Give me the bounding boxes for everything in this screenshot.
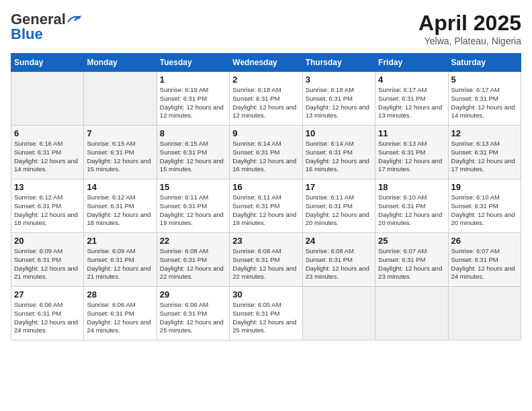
- day-info: Sunrise: 6:13 AMSunset: 6:31 PMDaylight:…: [378, 140, 445, 174]
- calendar-cell: 19Sunrise: 6:10 AMSunset: 6:31 PMDayligh…: [448, 179, 521, 233]
- calendar-cell: 12Sunrise: 6:13 AMSunset: 6:31 PMDayligh…: [448, 126, 521, 179]
- calendar-cell: 26Sunrise: 6:07 AMSunset: 6:31 PMDayligh…: [448, 233, 521, 287]
- day-info: Sunrise: 6:11 AMSunset: 6:31 PMDaylight:…: [306, 193, 372, 228]
- day-info: Sunrise: 6:09 AMSunset: 6:31 PMDaylight:…: [87, 247, 153, 281]
- column-header-wednesday: Wednesday: [230, 54, 302, 72]
- day-info: Sunrise: 6:15 AMSunset: 6:31 PMDaylight:…: [87, 140, 153, 174]
- calendar-table: SundayMondayTuesdayWednesdayThursdayFrid…: [11, 53, 521, 340]
- calendar-cell: [84, 72, 157, 126]
- day-number: 17: [306, 182, 372, 192]
- day-info: Sunrise: 6:07 AMSunset: 6:31 PMDaylight:…: [451, 247, 518, 281]
- day-number: 15: [160, 182, 226, 192]
- day-info: Sunrise: 6:12 AMSunset: 6:31 PMDaylight:…: [14, 193, 81, 228]
- day-number: 1: [160, 75, 226, 85]
- calendar-cell: 11Sunrise: 6:13 AMSunset: 6:31 PMDayligh…: [375, 126, 448, 179]
- calendar-cell: 18Sunrise: 6:10 AMSunset: 6:31 PMDayligh…: [375, 179, 448, 233]
- day-number: 29: [160, 289, 226, 300]
- day-info: Sunrise: 6:08 AMSunset: 6:31 PMDaylight:…: [232, 247, 299, 281]
- day-number: 2: [232, 75, 299, 85]
- column-header-monday: Monday: [84, 54, 157, 72]
- day-info: Sunrise: 6:11 AMSunset: 6:31 PMDaylight:…: [232, 193, 299, 228]
- day-number: 3: [306, 75, 372, 85]
- calendar-cell: 27Sunrise: 6:06 AMSunset: 6:31 PMDayligh…: [11, 287, 84, 340]
- day-number: 22: [160, 236, 226, 246]
- calendar-header-row: SundayMondayTuesdayWednesdayThursdayFrid…: [11, 54, 521, 72]
- day-info: Sunrise: 6:05 AMSunset: 6:31 PMDaylight:…: [232, 301, 299, 335]
- calendar-cell: [448, 287, 521, 340]
- day-info: Sunrise: 6:09 AMSunset: 6:31 PMDaylight:…: [14, 247, 81, 281]
- logo: General Blue: [11, 11, 82, 43]
- day-number: 23: [232, 236, 299, 246]
- calendar-cell: [375, 287, 448, 340]
- calendar-cell: 10Sunrise: 6:14 AMSunset: 6:31 PMDayligh…: [302, 126, 375, 179]
- calendar-cell: 8Sunrise: 6:15 AMSunset: 6:31 PMDaylight…: [157, 126, 229, 179]
- calendar-cell: 24Sunrise: 6:08 AMSunset: 6:31 PMDayligh…: [302, 233, 375, 287]
- title-section: April 2025 Yelwa, Plateau, Nigeria: [418, 11, 521, 46]
- day-info: Sunrise: 6:08 AMSunset: 6:31 PMDaylight:…: [160, 247, 226, 281]
- day-number: 28: [87, 289, 153, 300]
- column-header-sunday: Sunday: [11, 54, 84, 72]
- day-number: 20: [14, 236, 81, 246]
- day-info: Sunrise: 6:12 AMSunset: 6:31 PMDaylight:…: [87, 193, 153, 228]
- day-info: Sunrise: 6:17 AMSunset: 6:31 PMDaylight:…: [451, 86, 518, 120]
- logo-blue: Blue: [11, 26, 43, 43]
- logo-bird-icon: [66, 14, 81, 25]
- day-number: 7: [87, 128, 153, 138]
- page-header: General Blue April 2025 Yelwa, Plateau, …: [11, 11, 521, 46]
- day-number: 4: [378, 75, 445, 85]
- day-info: Sunrise: 6:11 AMSunset: 6:31 PMDaylight:…: [160, 193, 226, 228]
- calendar-cell: 14Sunrise: 6:12 AMSunset: 6:31 PMDayligh…: [84, 179, 157, 233]
- calendar-cell: [302, 287, 375, 340]
- calendar-cell: 16Sunrise: 6:11 AMSunset: 6:31 PMDayligh…: [230, 179, 302, 233]
- week-row-1: 1Sunrise: 6:19 AMSunset: 6:31 PMDaylight…: [11, 72, 521, 126]
- day-number: 9: [232, 128, 299, 138]
- calendar-cell: 17Sunrise: 6:11 AMSunset: 6:31 PMDayligh…: [302, 179, 375, 233]
- calendar-cell: 23Sunrise: 6:08 AMSunset: 6:31 PMDayligh…: [230, 233, 302, 287]
- calendar-cell: 13Sunrise: 6:12 AMSunset: 6:31 PMDayligh…: [11, 179, 84, 233]
- day-number: 25: [378, 236, 445, 246]
- day-number: 14: [87, 182, 153, 192]
- calendar-cell: 4Sunrise: 6:17 AMSunset: 6:31 PMDaylight…: [375, 72, 448, 126]
- day-info: Sunrise: 6:06 AMSunset: 6:31 PMDaylight:…: [87, 301, 153, 335]
- day-number: 11: [378, 128, 445, 138]
- calendar-cell: 25Sunrise: 6:07 AMSunset: 6:31 PMDayligh…: [375, 233, 448, 287]
- day-number: 19: [451, 182, 518, 192]
- day-info: Sunrise: 6:18 AMSunset: 6:31 PMDaylight:…: [306, 86, 372, 120]
- calendar-title: April 2025: [418, 11, 521, 36]
- week-row-3: 13Sunrise: 6:12 AMSunset: 6:31 PMDayligh…: [11, 179, 521, 233]
- day-info: Sunrise: 6:06 AMSunset: 6:31 PMDaylight:…: [160, 301, 226, 335]
- day-info: Sunrise: 6:10 AMSunset: 6:31 PMDaylight:…: [451, 193, 518, 228]
- day-number: 8: [160, 128, 226, 138]
- calendar-cell: 5Sunrise: 6:17 AMSunset: 6:31 PMDaylight…: [448, 72, 521, 126]
- calendar-cell: 6Sunrise: 6:16 AMSunset: 6:31 PMDaylight…: [11, 126, 84, 179]
- day-number: 5: [451, 75, 518, 85]
- day-number: 16: [232, 182, 299, 192]
- week-row-2: 6Sunrise: 6:16 AMSunset: 6:31 PMDaylight…: [11, 126, 521, 179]
- day-info: Sunrise: 6:19 AMSunset: 6:31 PMDaylight:…: [160, 86, 226, 120]
- day-number: 26: [451, 236, 518, 246]
- day-number: 27: [14, 289, 81, 300]
- day-info: Sunrise: 6:14 AMSunset: 6:31 PMDaylight:…: [306, 140, 372, 174]
- day-info: Sunrise: 6:08 AMSunset: 6:31 PMDaylight:…: [306, 247, 372, 281]
- calendar-subtitle: Yelwa, Plateau, Nigeria: [418, 36, 521, 46]
- week-row-4: 20Sunrise: 6:09 AMSunset: 6:31 PMDayligh…: [11, 233, 521, 287]
- day-info: Sunrise: 6:13 AMSunset: 6:31 PMDaylight:…: [451, 140, 518, 174]
- calendar-cell: 9Sunrise: 6:14 AMSunset: 6:31 PMDaylight…: [230, 126, 302, 179]
- day-number: 10: [306, 128, 372, 138]
- column-header-friday: Friday: [375, 54, 448, 72]
- day-number: 12: [451, 128, 518, 138]
- week-row-5: 27Sunrise: 6:06 AMSunset: 6:31 PMDayligh…: [11, 287, 521, 340]
- day-info: Sunrise: 6:18 AMSunset: 6:31 PMDaylight:…: [232, 86, 299, 120]
- day-number: 13: [14, 182, 81, 192]
- calendar-cell: 3Sunrise: 6:18 AMSunset: 6:31 PMDaylight…: [302, 72, 375, 126]
- day-number: 30: [232, 289, 299, 300]
- calendar-cell: 30Sunrise: 6:05 AMSunset: 6:31 PMDayligh…: [230, 287, 302, 340]
- day-number: 21: [87, 236, 153, 246]
- calendar-cell: 2Sunrise: 6:18 AMSunset: 6:31 PMDaylight…: [230, 72, 302, 126]
- column-header-thursday: Thursday: [302, 54, 375, 72]
- day-number: 6: [14, 128, 81, 138]
- day-number: 18: [378, 182, 445, 192]
- column-header-saturday: Saturday: [448, 54, 521, 72]
- calendar-cell: 7Sunrise: 6:15 AMSunset: 6:31 PMDaylight…: [84, 126, 157, 179]
- calendar-cell: 22Sunrise: 6:08 AMSunset: 6:31 PMDayligh…: [157, 233, 229, 287]
